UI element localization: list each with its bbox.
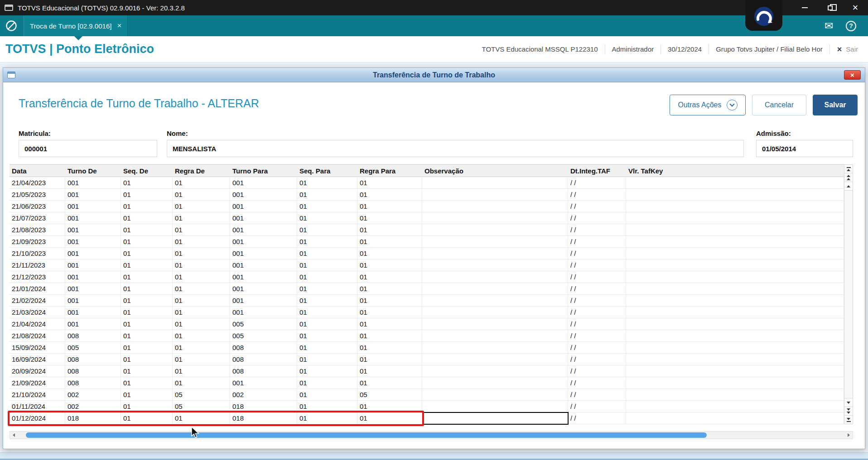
grid-cell[interactable] (626, 224, 844, 235)
grid-cell[interactable]: / / (568, 224, 626, 235)
grid-cell[interactable]: / / (568, 271, 626, 283)
grid-cell[interactable]: 01/12/2024 (10, 412, 65, 424)
grid-cell[interactable]: 01 (121, 259, 173, 271)
grid-cell[interactable]: 01 (357, 318, 422, 330)
grid-cell[interactable]: 001 (230, 307, 297, 318)
grid-cell[interactable]: 01 (121, 295, 173, 306)
grid-cell[interactable]: / / (568, 412, 626, 424)
grid-cell[interactable]: 01 (297, 307, 357, 318)
grid-cell[interactable] (626, 412, 844, 424)
grid-row[interactable]: 21/12/202300101010010101/ / (10, 271, 844, 283)
grid-cell[interactable]: 20/09/2024 (10, 365, 65, 377)
grid-cell[interactable]: 05 (173, 401, 230, 412)
grid-cell[interactable]: 005 (65, 342, 121, 353)
grid-cell[interactable]: 01 (357, 259, 422, 271)
grid-cell[interactable] (626, 201, 844, 212)
grid-cell[interactable]: 01 (121, 189, 173, 200)
grid-cell[interactable]: 01 (297, 377, 357, 388)
grid-cell[interactable] (626, 189, 844, 200)
grid-cell[interactable]: 001 (230, 236, 297, 247)
grid-cell[interactable] (626, 377, 844, 388)
grid-cell[interactable] (626, 271, 844, 283)
grid-cell[interactable] (422, 377, 568, 388)
grid-cell[interactable]: 008 (65, 365, 121, 377)
grid-cell[interactable]: 21/10/2024 (10, 389, 65, 400)
grid-cell[interactable]: / / (568, 283, 626, 294)
grid-cell[interactable]: 002 (230, 389, 297, 400)
grid-cell[interactable]: 01 (121, 354, 173, 365)
grid-row[interactable]: 20/09/202400801010080101/ / (10, 365, 844, 377)
grid-cell[interactable]: 01 (121, 307, 173, 318)
grid-cell[interactable]: 01 (121, 224, 173, 235)
grid-cell[interactable]: 01 (121, 201, 173, 212)
grid-cell[interactable]: / / (568, 307, 626, 318)
grid-cell[interactable]: 01 (173, 212, 230, 224)
grid-cell[interactable]: 001 (65, 283, 121, 294)
grid-cell[interactable]: 008 (65, 330, 121, 341)
grid-cell[interactable]: 01 (297, 271, 357, 283)
grid-row[interactable]: 21/04/202300101010010101/ / (10, 177, 844, 189)
admissao-input[interactable]: 01/05/2014 (756, 140, 853, 157)
dialog-titlebar[interactable]: Transferência de Turno de Trabalho × (3, 68, 865, 82)
grid-cell[interactable]: / / (568, 354, 626, 365)
grid-cell[interactable]: 01 (173, 177, 230, 188)
tab-close-icon[interactable]: × (117, 21, 121, 30)
grid-cell[interactable]: 01 (357, 271, 422, 283)
grid-cell[interactable]: 01 (357, 342, 422, 353)
grid-cell[interactable]: 01 (121, 389, 173, 400)
grid-cell[interactable] (626, 177, 844, 188)
grid-cell[interactable]: 001 (65, 177, 121, 188)
grid-cell[interactable]: 008 (230, 342, 297, 353)
grid-cell[interactable] (626, 401, 844, 412)
grid-cell[interactable]: 21/04/2024 (10, 318, 65, 330)
grid-cell[interactable]: 001 (65, 236, 121, 247)
window-close-button[interactable]: × (843, 0, 868, 15)
grid-cell[interactable]: 01 (121, 412, 173, 424)
grid-cell[interactable] (422, 259, 568, 271)
grid-cell[interactable]: 01 (357, 330, 422, 341)
grid-cell[interactable] (422, 295, 568, 306)
grid-cell[interactable]: 01 (173, 259, 230, 271)
grid-cell[interactable] (422, 389, 568, 400)
grid-cell[interactable]: / / (568, 295, 626, 306)
grid-row[interactable]: 21/10/202400201050020105/ / (10, 389, 844, 401)
grid-cell[interactable]: 15/09/2024 (10, 342, 65, 353)
grid-cell[interactable]: 001 (65, 212, 121, 224)
grid-cell[interactable]: 01 (121, 236, 173, 247)
grid-cell[interactable] (626, 307, 844, 318)
grid-cell[interactable] (422, 318, 568, 330)
grid-cell[interactable]: 01 (357, 295, 422, 306)
grid-cell[interactable]: 01 (297, 354, 357, 365)
grid-row[interactable]: 01/11/202400201050180101/ / (10, 401, 844, 412)
system-menu-icon[interactable] (0, 20, 23, 32)
grid-cell[interactable]: 001 (65, 259, 121, 271)
grid-cell[interactable]: 01 (173, 307, 230, 318)
grid-cell[interactable]: 001 (65, 271, 121, 283)
grid-cell[interactable]: 01 (297, 401, 357, 412)
grid-cell[interactable]: 008 (230, 365, 297, 377)
scroll-down-button[interactable] (844, 398, 853, 407)
grid-cell[interactable]: 21/02/2024 (10, 295, 65, 306)
grid-cell[interactable]: 001 (230, 248, 297, 259)
grid-cell[interactable] (626, 318, 844, 330)
grid-row[interactable]: 21/11/202300101010010101/ / (10, 259, 844, 271)
grid-cell[interactable]: 001 (230, 224, 297, 235)
grid-cell[interactable]: 01 (357, 307, 422, 318)
grid-cell[interactable]: / / (568, 330, 626, 341)
grid-cell[interactable]: 001 (230, 295, 297, 306)
grid-cell[interactable]: 21/06/2023 (10, 201, 65, 212)
grid-cell[interactable]: / / (568, 248, 626, 259)
grid-cell[interactable]: 01 (357, 236, 422, 247)
dialog-close-button[interactable]: × (844, 70, 861, 80)
grid-cell[interactable] (422, 365, 568, 377)
vertical-scrollbar[interactable] (844, 164, 853, 424)
minimize-button[interactable] (792, 0, 817, 15)
grid-cell[interactable]: / / (568, 236, 626, 247)
grid-row[interactable]: 21/04/202400101010050101/ / (10, 318, 844, 330)
grid-row[interactable]: 21/08/202300101010010101/ / (10, 224, 844, 236)
grid-cell[interactable]: 001 (65, 248, 121, 259)
grid-cell[interactable] (422, 248, 568, 259)
grid-cell[interactable]: 005 (230, 318, 297, 330)
grid-cell[interactable]: 01 (121, 365, 173, 377)
grid-cell[interactable]: 01 (297, 283, 357, 294)
